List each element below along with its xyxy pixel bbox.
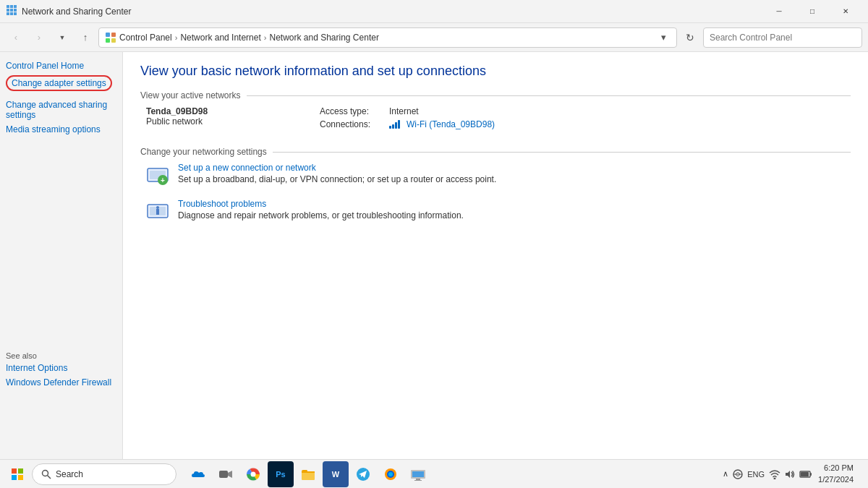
close-button[interactable]: ✕ (829, 0, 862, 23)
taskbar-app-explorer[interactable] (295, 461, 321, 487)
taskbar-date: 1/27/2024 (818, 474, 854, 485)
content-area: View your basic network information and … (123, 52, 868, 459)
page-title: View your basic network information and … (140, 64, 851, 79)
sidebar-windows-defender[interactable]: Windows Defender Firewall (6, 377, 116, 388)
svg-rect-10 (111, 33, 116, 37)
svg-rect-0 (7, 5, 9, 8)
forward-button[interactable]: › (29, 27, 49, 48)
taskbar-app-network-mgr[interactable] (405, 461, 431, 487)
title-bar-controls: ─ □ ✕ (762, 0, 862, 23)
svg-rect-7 (10, 12, 13, 15)
connections-row: Connections: Wi-Fi (Tenda_09BD98) (320, 119, 495, 129)
connections-label: Connections: (320, 119, 385, 129)
svg-point-34 (388, 472, 393, 476)
breadcrumb-network-internet: Network and Internet (180, 33, 260, 43)
svg-rect-4 (10, 9, 13, 12)
taskbar-search-label: Search (56, 469, 83, 479)
networking-settings-header: Change your networking settings (140, 147, 851, 157)
svg-rect-8 (14, 12, 17, 15)
setup-connection-desc: Set up a broadband, dial-up, or VPN conn… (178, 174, 496, 184)
volume-tray-icon[interactable] (785, 469, 795, 479)
svg-rect-21 (18, 468, 23, 474)
main-container: Control Panel Home Change adapter settin… (0, 52, 868, 459)
setup-connection-icon: + (146, 164, 169, 187)
network-tray-icon[interactable] (733, 469, 743, 479)
system-tray: ∧ ENG (723, 469, 812, 479)
taskbar: Search (0, 459, 868, 488)
svg-rect-44 (810, 473, 812, 476)
start-button[interactable] (6, 463, 29, 486)
svg-rect-11 (106, 38, 110, 43)
svg-rect-20 (12, 468, 17, 474)
window-icon (6, 4, 17, 18)
see-also-label: See also (6, 351, 116, 360)
troubleshoot-icon (146, 200, 169, 223)
language-indicator[interactable]: ENG (747, 470, 765, 479)
taskbar-app-camera[interactable] (213, 461, 239, 487)
taskbar-search[interactable]: Search (32, 463, 176, 485)
title-bar-left: Network and Sharing Center (6, 4, 131, 18)
taskbar-app-photoshop[interactable]: Ps (268, 461, 294, 487)
battery-tray-icon[interactable] (799, 470, 812, 479)
svg-rect-12 (111, 38, 116, 43)
svg-rect-1 (10, 5, 13, 8)
taskbar-time: 6:20 PM (824, 463, 854, 474)
taskbar-app-onedrive[interactable] (185, 461, 211, 487)
taskbar-app-firefox[interactable] (378, 461, 404, 487)
wifi-connection-link[interactable]: Wi-Fi (Tenda_09BD98) (407, 119, 495, 129)
show-desktop-button[interactable] (859, 461, 862, 487)
svg-rect-45 (801, 472, 809, 476)
up-button[interactable]: ↑ (75, 27, 95, 48)
active-networks-label: View your active networks (140, 90, 241, 100)
svg-rect-23 (18, 475, 23, 480)
sidebar-control-panel-home[interactable]: Control Panel Home (6, 61, 116, 71)
svg-point-29 (251, 471, 256, 476)
minimize-button[interactable]: ─ (762, 0, 796, 23)
refresh-button[interactable]: ↻ (680, 27, 700, 48)
taskbar-clock[interactable]: 6:20 PM 1/27/2024 (818, 463, 854, 485)
troubleshoot-text: Troubleshoot problems Diagnose and repai… (178, 199, 464, 221)
maximize-button[interactable]: □ (796, 0, 829, 23)
svg-rect-3 (7, 9, 9, 12)
window-title: Network and Sharing Center (22, 7, 131, 17)
troubleshoot-link[interactable]: Troubleshoot problems (178, 199, 464, 209)
section-divider-2 (273, 152, 851, 153)
recent-locations-button[interactable]: ▼ (52, 27, 72, 48)
nav-bar: ‹ › ▼ ↑ Control Panel › Network and Inte… (0, 23, 868, 52)
svg-rect-5 (14, 9, 17, 12)
access-type-row: Access type: Internet (320, 106, 495, 116)
taskbar-apps: Ps W (185, 461, 431, 487)
setup-connection-link[interactable]: Set up a new connection or network (178, 163, 496, 173)
title-bar: Network and Sharing Center ─ □ ✕ (0, 0, 868, 23)
setup-connection-text: Set up a new connection or network Set u… (178, 163, 496, 184)
taskbar-right: ∧ ENG (723, 461, 862, 487)
svg-rect-26 (219, 471, 228, 478)
setup-connection-item: + Set up a new connection or network Set… (140, 163, 851, 187)
svg-text:+: + (161, 176, 165, 184)
breadcrumb: Control Panel › Network and Internet › V… (119, 33, 379, 43)
networking-settings-label: Change your networking settings (140, 147, 267, 157)
wifi-tray-icon[interactable] (769, 469, 780, 479)
svg-rect-2 (14, 5, 17, 8)
svg-rect-9 (106, 33, 110, 37)
network-name-block: Tenda_09BD98 Public network (146, 106, 320, 127)
show-hidden-icons[interactable]: ∧ (723, 469, 728, 479)
svg-point-19 (156, 206, 159, 209)
search-input[interactable] (703, 27, 862, 48)
back-button[interactable]: ‹ (6, 27, 26, 48)
sidebar-change-advanced-sharing[interactable]: Change advanced sharing settings (6, 100, 116, 120)
taskbar-app-chrome[interactable] (240, 461, 266, 487)
taskbar-app-word[interactable]: W (323, 461, 349, 487)
sidebar: Control Panel Home Change adapter settin… (0, 52, 123, 459)
svg-marker-27 (228, 471, 232, 478)
svg-rect-37 (416, 479, 420, 480)
taskbar-app-telegram[interactable] (350, 461, 376, 487)
active-network-row: Tenda_09BD98 Public network Access type:… (140, 106, 851, 129)
sidebar-media-streaming[interactable]: Media streaming options (6, 124, 116, 134)
address-bar[interactable]: Control Panel › Network and Internet › V… (98, 27, 677, 48)
troubleshoot-item: Troubleshoot problems Diagnose and repai… (140, 199, 851, 223)
sidebar-internet-options[interactable]: Internet Options (6, 363, 116, 373)
address-expand-button[interactable]: ▾ (656, 30, 671, 45)
sidebar-change-adapter-settings[interactable]: Change adapter settings (6, 75, 112, 91)
troubleshoot-desc: Diagnose and repair network problems, or… (178, 210, 464, 221)
